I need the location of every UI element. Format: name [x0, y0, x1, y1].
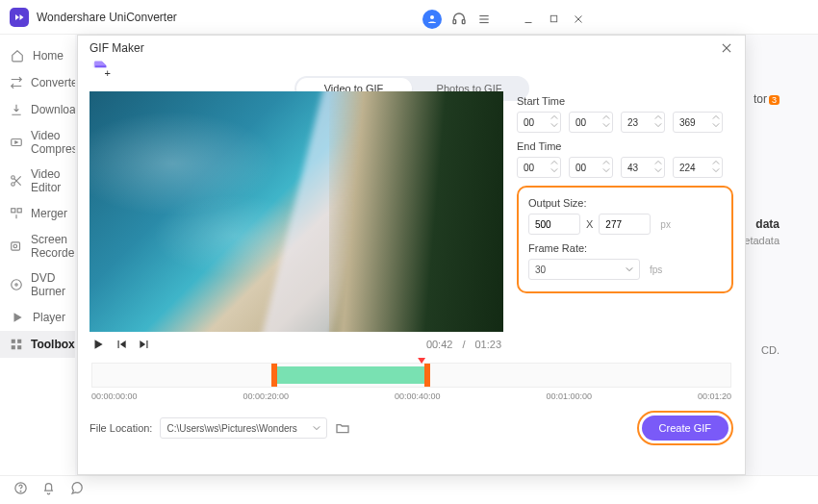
add-file-icon[interactable]: + [89, 59, 111, 80]
sidebar-item-label: DVD Burner [31, 271, 65, 298]
close-button[interactable] [571, 12, 586, 27]
svg-rect-17 [12, 242, 20, 250]
app-logo [10, 8, 29, 27]
minimize-button[interactable] [521, 12, 536, 27]
output-box: Output Size: X px Frame Rate: 30 fps [517, 186, 733, 293]
gif-maker-modal: GIF Maker + Video to GIF Photos to GIF 0… [77, 35, 746, 475]
file-location-label: File Location: [89, 422, 152, 434]
bell-icon[interactable] [41, 481, 56, 499]
user-avatar[interactable] [422, 10, 442, 29]
end-minutes[interactable]: 00 [569, 157, 613, 178]
open-folder-button[interactable] [335, 420, 350, 436]
video-preview[interactable] [89, 91, 503, 332]
svg-point-20 [15, 284, 17, 286]
scissors-icon [10, 173, 23, 189]
tick: 00:00:00:00 [91, 391, 138, 401]
time-total: 01:23 [474, 339, 501, 350]
tick: 00:00:40:00 [395, 391, 441, 401]
modal-close-button[interactable] [720, 41, 733, 55]
time-current: 00:42 [426, 339, 453, 350]
menu-icon[interactable] [476, 12, 492, 27]
create-gif-button[interactable]: Create GIF [642, 416, 729, 441]
sidebar-item-converter[interactable]: Converter [0, 69, 75, 96]
bg-text: data [755, 217, 780, 231]
start-minutes[interactable]: 00 [569, 112, 613, 133]
sidebar-item-merger[interactable]: Merger [0, 200, 75, 227]
x-label: X [586, 218, 593, 230]
sidebar-item-downloader[interactable]: Downloader [0, 96, 75, 123]
output-width[interactable] [528, 214, 580, 235]
svg-point-19 [12, 280, 22, 290]
tick: 00:01:20 [698, 391, 731, 401]
help-icon[interactable] [13, 481, 28, 499]
end-time-label: End Time [517, 140, 733, 152]
frame-rate-label: Frame Rate: [528, 242, 722, 254]
sidebar-item-label: Screen Recorder [31, 233, 78, 260]
sidebar-item-label: Toolbox [31, 338, 75, 351]
next-frame-button[interactable] [138, 338, 151, 351]
start-seconds[interactable]: 23 [621, 112, 665, 133]
sidebar-item-label: Player [33, 311, 65, 324]
prev-frame-button[interactable] [115, 338, 128, 351]
file-location-select[interactable]: C:\Users\ws\Pictures\Wonders [160, 417, 327, 439]
start-time-label: Start Time [517, 95, 733, 107]
statusbar [0, 475, 818, 504]
sidebar-item-toolbox[interactable]: Toolbox [0, 331, 75, 358]
start-hours[interactable]: 00 [517, 112, 561, 133]
end-hours[interactable]: 00 [517, 157, 561, 178]
sidebar: Home Converter Downloader Video Compress… [0, 35, 75, 475]
fps-label: fps [650, 265, 662, 275]
end-seconds[interactable]: 43 [621, 157, 665, 178]
sidebar-item-label: Merger [31, 207, 67, 220]
home-icon [10, 48, 25, 63]
titlebar: Wondershare UniConverter [0, 0, 818, 35]
svg-rect-2 [462, 19, 465, 23]
record-icon [10, 239, 23, 254]
svg-rect-24 [17, 345, 21, 349]
sidebar-item-home[interactable]: Home [0, 42, 75, 69]
end-handle[interactable] [424, 364, 430, 387]
modal-title: GIF Maker [89, 41, 720, 55]
svg-text:+: + [105, 67, 111, 79]
svg-point-26 [20, 491, 21, 491]
output-size-label: Output Size: [528, 197, 722, 209]
output-height[interactable] [599, 214, 651, 235]
bg-text: etadata [744, 235, 780, 246]
convert-icon [10, 75, 23, 90]
headset-icon[interactable] [451, 12, 467, 27]
sidebar-item-player[interactable]: Player [0, 304, 75, 331]
maximize-button[interactable] [546, 12, 561, 27]
svg-rect-16 [17, 209, 21, 213]
play-icon [10, 310, 25, 325]
app-title: Wondershare UniConverter [37, 11, 422, 24]
sidebar-item-label: Home [33, 49, 64, 63]
tick: 00:01:00:00 [546, 391, 592, 401]
selection-range[interactable] [274, 366, 424, 384]
sidebar-item-label: Video Editor [31, 167, 65, 194]
sidebar-item-recorder[interactable]: Screen Recorder [0, 227, 75, 265]
svg-rect-21 [12, 340, 15, 343]
svg-point-12 [12, 183, 15, 187]
timeline: 00:00:00:00 00:00:20:00 00:00:40:00 00:0… [78, 357, 745, 401]
start-ms[interactable]: 369 [673, 112, 723, 133]
bg-text: tor3 [754, 92, 780, 106]
bg-text: CD. [761, 344, 780, 356]
sidebar-item-compressor[interactable]: Video Compressor [0, 123, 75, 162]
end-ms[interactable]: 224 [673, 157, 723, 178]
frame-rate-select[interactable]: 30 [528, 259, 640, 280]
svg-rect-23 [12, 345, 15, 349]
sidebar-item-editor[interactable]: Video Editor [0, 162, 75, 200]
start-handle[interactable] [271, 364, 277, 387]
sidebar-item-label: Converter [31, 76, 82, 89]
svg-point-0 [430, 15, 434, 19]
svg-rect-22 [17, 340, 21, 343]
svg-point-18 [13, 244, 17, 248]
sidebar-item-dvd[interactable]: DVD Burner [0, 265, 75, 304]
svg-rect-15 [12, 209, 15, 213]
timeline-track[interactable] [91, 363, 731, 388]
svg-point-11 [12, 176, 15, 180]
feedback-icon[interactable] [69, 481, 84, 499]
download-icon [10, 102, 23, 117]
play-button[interactable] [91, 338, 105, 351]
svg-rect-1 [453, 19, 456, 23]
